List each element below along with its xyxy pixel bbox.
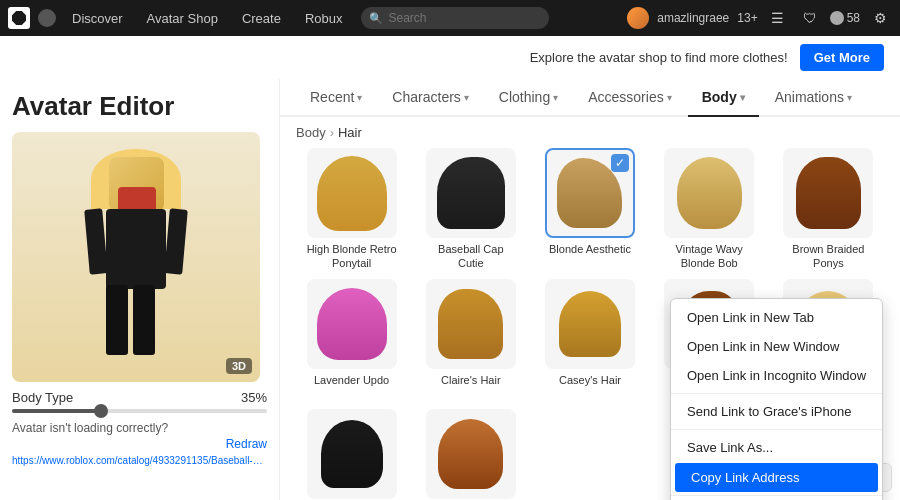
status-bar: https://www.roblox.com/catalog/493329113… <box>12 455 267 466</box>
promo-bar: Explore the avatar shop to find more clo… <box>0 36 900 79</box>
list-item[interactable]: Brown Braided Ponys <box>773 148 884 271</box>
get-more-button[interactable]: Get More <box>800 44 884 71</box>
context-menu: Open Link in New Tab Open Link in New Wi… <box>670 298 883 500</box>
hair-visual <box>437 157 505 229</box>
list-item[interactable]: High Blonde Retro Ponytail <box>296 148 407 271</box>
ctx-open-new-tab[interactable]: Open Link in New Tab <box>671 303 882 332</box>
ctx-open-incognito[interactable]: Open Link in Incognito Window <box>671 361 882 390</box>
slider-fill <box>12 409 101 413</box>
search-icon: 🔍 <box>369 12 383 25</box>
menu-icon[interactable] <box>38 9 56 27</box>
item-name: Baseball Cap Cutie <box>426 242 516 271</box>
ctx-divider-2 <box>671 429 882 430</box>
list-item[interactable]: Vintage Wavy Blonde Bob <box>654 148 765 271</box>
ctx-save-link-as[interactable]: Save Link As... <box>671 433 882 462</box>
item-name: Vintage Wavy Blonde Bob <box>664 242 754 271</box>
tab-body-arrow: ▾ <box>740 92 745 103</box>
avatar-leg-right <box>133 285 155 355</box>
avatar-arm-left <box>84 208 108 274</box>
avatar-leg-left <box>106 285 128 355</box>
avatar-figure <box>71 147 201 367</box>
tab-accessories[interactable]: Accessories ▾ <box>574 79 685 116</box>
nav-discover[interactable]: Discover <box>62 0 133 36</box>
tab-clothing-label: Clothing <box>499 89 550 105</box>
notifications-icon[interactable]: ☰ <box>766 6 790 30</box>
tab-animations-arrow: ▾ <box>847 92 852 103</box>
list-item[interactable]: Casey's Hair <box>534 279 645 402</box>
item-name: Brown Braided Ponys <box>783 242 873 271</box>
ctx-open-new-window[interactable]: Open Link in New Window <box>671 332 882 361</box>
promo-text: Explore the avatar shop to find more clo… <box>530 50 788 65</box>
body-type-slider[interactable] <box>12 409 267 413</box>
settings-icon[interactable]: ⚙ <box>868 6 892 30</box>
tab-body[interactable]: Body ▾ <box>688 79 759 117</box>
list-item[interactable]: Lavender Updo <box>296 279 407 402</box>
item-thumb <box>426 409 516 499</box>
breadcrumb-parent[interactable]: Body <box>296 125 326 140</box>
list-item[interactable] <box>415 409 526 500</box>
body-type-percent: 35% <box>241 390 267 405</box>
sidebar: Avatar Editor 3D Body Type 35% <box>0 79 280 500</box>
item-name: High Blonde Retro Ponytail <box>307 242 397 271</box>
tab-accessories-label: Accessories <box>588 89 663 105</box>
hair-visual <box>557 158 622 228</box>
tab-accessories-arrow: ▾ <box>667 92 672 103</box>
roblox-logo[interactable] <box>8 7 30 29</box>
item-thumb <box>426 148 516 238</box>
shield-icon[interactable]: 🛡 <box>798 6 822 30</box>
body-type-row: Body Type 35% <box>12 390 267 405</box>
item-name: Casey's Hair <box>559 373 621 387</box>
item-thumb <box>307 279 397 369</box>
item-thumb <box>664 148 754 238</box>
hair-visual <box>559 291 621 357</box>
breadcrumb-current: Hair <box>338 125 362 140</box>
tab-recent[interactable]: Recent ▾ <box>296 79 376 116</box>
items-grid: High Blonde Retro Ponytail Baseball Cap … <box>280 148 900 500</box>
tab-animations[interactable]: Animations ▾ <box>761 79 866 116</box>
hair-visual <box>677 157 742 229</box>
avatar-preview: 3D <box>12 132 260 382</box>
hair-visual <box>321 420 383 488</box>
breadcrumb-separator: › <box>330 125 334 140</box>
avatar-icon <box>627 7 649 29</box>
list-item[interactable]: Blonde Aesthetic <box>534 148 645 271</box>
robux-count: 58 <box>847 11 860 25</box>
ctx-send-to-iphone[interactable]: Send Link to Grace's iPhone <box>671 397 882 426</box>
hair-visual <box>317 288 387 360</box>
username-age: 13+ <box>737 11 757 25</box>
ctx-copy-link[interactable]: Copy Link Address <box>675 463 878 492</box>
list-item[interactable]: Claire's Hair <box>415 279 526 402</box>
list-item[interactable]: Baseball Cap Cutie <box>415 148 526 271</box>
avatar-body <box>106 209 166 289</box>
tab-characters[interactable]: Characters ▾ <box>378 79 482 116</box>
list-item[interactable]: Black Ponytail <box>296 409 407 500</box>
nav-create[interactable]: Create <box>232 0 291 36</box>
nav-robux[interactable]: Robux <box>295 0 353 36</box>
item-thumb-selected <box>545 148 635 238</box>
item-thumb <box>307 409 397 499</box>
hair-visual <box>796 157 861 229</box>
tab-characters-label: Characters <box>392 89 460 105</box>
slider-thumb[interactable] <box>94 404 108 418</box>
tab-clothing-arrow: ▾ <box>553 92 558 103</box>
item-thumb <box>545 279 635 369</box>
hair-visual <box>438 419 503 489</box>
tab-characters-arrow: ▾ <box>464 92 469 103</box>
robux-icon <box>830 11 844 25</box>
tab-clothing[interactable]: Clothing ▾ <box>485 79 572 116</box>
ctx-divider-1 <box>671 393 882 394</box>
item-thumb <box>307 148 397 238</box>
tab-recent-label: Recent <box>310 89 354 105</box>
slider-track <box>12 409 267 413</box>
top-navigation: Discover Avatar Shop Create Robux 🔍 amaz… <box>0 0 900 36</box>
nav-avatar-shop[interactable]: Avatar Shop <box>137 0 228 36</box>
page-title: Avatar Editor <box>12 91 267 122</box>
item-thumb <box>783 148 873 238</box>
main-content: Avatar Editor 3D Body Type 35% <box>0 79 900 500</box>
avatar-error-msg: Avatar isn't loading correctly? <box>12 421 267 435</box>
hair-visual <box>438 289 503 359</box>
ctx-divider-3 <box>671 495 882 496</box>
search-input[interactable] <box>361 7 549 29</box>
item-name: Claire's Hair <box>441 373 501 387</box>
redraw-link[interactable]: Redraw <box>12 437 267 451</box>
